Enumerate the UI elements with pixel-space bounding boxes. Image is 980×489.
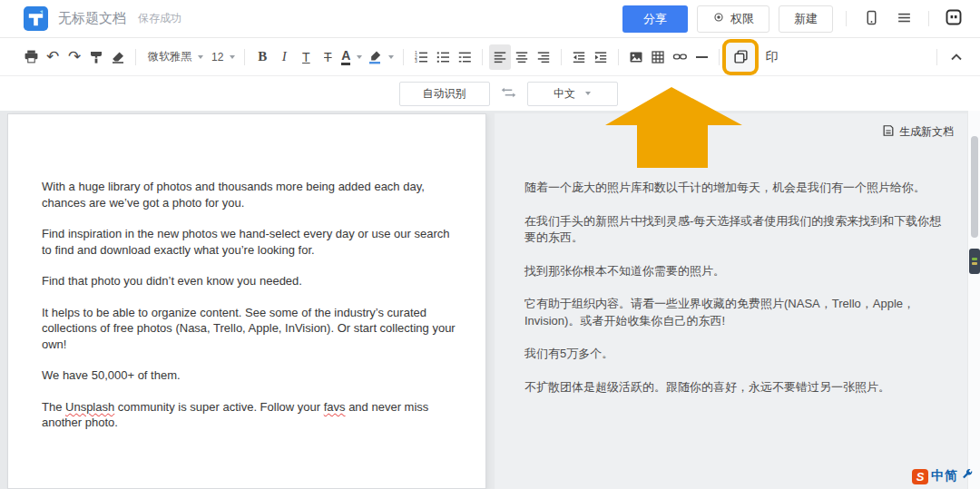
paragraph: Find inspiration in the new photos we ha… (42, 226, 461, 258)
chevron-down-icon (388, 55, 394, 59)
permission-button[interactable]: 权限 (697, 5, 769, 33)
divider (403, 49, 404, 65)
chevron-down-icon (585, 92, 591, 95)
highlight-color-button[interactable] (365, 44, 397, 70)
translate-icon (733, 49, 749, 64)
redo-icon: ↷ (68, 49, 81, 64)
wrench-icon (961, 468, 974, 484)
indent-decrease-icon (572, 50, 586, 64)
indent-increase-button[interactable] (590, 44, 612, 70)
link-icon (672, 50, 688, 64)
insert-hr-button[interactable] (691, 44, 712, 70)
divider (135, 49, 136, 65)
share-button[interactable]: 分享 (622, 5, 688, 33)
collapse-toolbar-button[interactable] (946, 44, 967, 70)
indent-increase-icon (593, 50, 608, 64)
translated-paragraph: 随着一个庞大的照片库和数以千计的增加每天，机会是我们有一个照片给你。 (524, 180, 944, 197)
undo-button[interactable]: ↶ (42, 44, 64, 70)
translate-language-bar: 自动识别 中文 (0, 76, 980, 111)
divider (719, 49, 720, 65)
italic-button[interactable]: I (273, 44, 295, 70)
translated-paragraph: 不扩散团体是超级活跃的。跟随你的喜好，永远不要错过另一张照片。 (524, 379, 944, 396)
chevron-down-icon (198, 55, 203, 59)
printer-icon (24, 49, 39, 64)
watermark-s-icon: S (912, 469, 928, 484)
insert-table-button[interactable] (647, 44, 669, 70)
chevron-up-icon (949, 50, 964, 64)
align-right-icon (536, 50, 551, 64)
document-icon (882, 124, 895, 140)
divider (561, 49, 562, 65)
horizontal-line-icon (696, 56, 708, 58)
translated-paragraph: 我们有5万多个。 (524, 346, 944, 363)
swap-arrows-icon (501, 87, 516, 101)
document-title[interactable]: 无标题文档 (58, 10, 126, 27)
print-button[interactable] (20, 44, 42, 70)
align-right-button[interactable] (533, 44, 554, 70)
chevron-down-icon (357, 55, 362, 59)
font-color-button[interactable]: A (338, 44, 365, 70)
paragraph: It helps to be able to organize content.… (42, 305, 461, 353)
image-icon (629, 50, 643, 64)
font-family-select[interactable]: 微软雅黑 (142, 44, 209, 70)
translated-paragraph: 它有助于组织内容。请看一些业界收藏的免费照片(NASA，Trello，Apple… (524, 296, 944, 329)
bulleted-list-icon (436, 50, 450, 64)
translate-button[interactable] (726, 43, 755, 72)
menu-button[interactable] (892, 7, 916, 31)
insert-image-button[interactable] (625, 44, 647, 70)
generate-new-document-button[interactable]: 生成新文档 (882, 124, 954, 140)
undo-icon: ↶ (46, 49, 59, 64)
translation-panel: 生成新文档 随着一个庞大的照片库和数以千计的增加每天，机会是我们有一个照片给你。… (495, 113, 967, 489)
formatting-toolbar: ↶ ↷ 微软雅黑 12 B I T (0, 38, 980, 76)
insert-link-button[interactable] (669, 44, 691, 70)
indent-decrease-button[interactable] (568, 44, 590, 70)
bulleted-list-button[interactable] (432, 44, 454, 70)
translated-paragraph: 在我们手头的新照片中找到灵感-每天选择或者使用我们的搜索来找到和下载你想要的东西… (524, 213, 944, 247)
top-bar: 无标题文档 保存成功 分享 权限 新建 (0, 0, 980, 38)
divider (244, 49, 245, 65)
app-window-button[interactable] (942, 7, 965, 31)
save-status: 保存成功 (138, 11, 181, 26)
source-document-page[interactable]: With a huge library of photos and thousa… (7, 113, 486, 489)
widget-dot (972, 258, 977, 260)
hamburger-icon (897, 10, 912, 28)
app-logo-icon[interactable] (24, 6, 48, 31)
align-center-button[interactable] (511, 44, 533, 70)
stamp-button[interactable]: 印 (760, 44, 782, 70)
divider (482, 49, 483, 65)
eraser-icon (111, 50, 125, 64)
format-painter-button[interactable] (85, 44, 107, 70)
paragraph: Find that photo you didn’t even know you… (42, 273, 461, 289)
bold-button[interactable]: B (251, 44, 273, 70)
ordered-list-button[interactable]: 1 2 3 (410, 44, 432, 70)
format-painter-icon (89, 50, 103, 64)
ordered-list-icon: 1 2 3 (414, 50, 428, 64)
multilevel-list-icon (457, 50, 472, 64)
paragraph: The Unsplash community is super active. … (42, 399, 461, 431)
new-document-button[interactable]: 新建 (779, 5, 833, 33)
underline-button[interactable]: T (295, 44, 317, 70)
extension-widget[interactable] (969, 249, 980, 274)
divider (618, 49, 619, 65)
align-center-icon (514, 50, 529, 64)
multilevel-list-button[interactable] (454, 44, 475, 70)
font-size-select[interactable]: 12 (209, 44, 238, 70)
window-dots-icon (946, 9, 962, 28)
swap-languages-button[interactable] (501, 87, 516, 101)
widget-dot (972, 262, 977, 265)
redo-button[interactable]: ↷ (64, 44, 85, 70)
phone-icon (864, 10, 879, 28)
chevron-down-icon (230, 55, 235, 59)
strikethrough-button[interactable]: T (317, 44, 338, 70)
align-left-button[interactable] (489, 44, 511, 70)
scrollbar-thumb[interactable] (971, 136, 978, 238)
source-language-select[interactable]: 自动识别 (399, 82, 490, 106)
divider (846, 11, 847, 26)
mobile-preview-button[interactable] (859, 7, 883, 31)
target-language-select[interactable]: 中文 (527, 82, 618, 106)
clear-format-button[interactable] (107, 44, 129, 70)
align-left-icon (493, 50, 507, 64)
right-scroll-strip (967, 111, 980, 489)
stamp-icon: 印 (765, 49, 778, 65)
highlighter-icon (368, 50, 382, 64)
